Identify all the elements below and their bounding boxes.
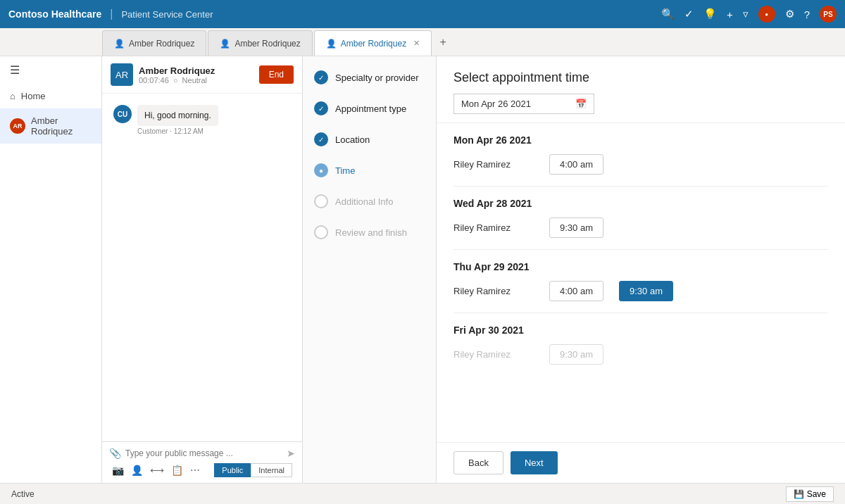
chat-mode-buttons: Public Internal	[214, 463, 292, 477]
public-mode-button[interactable]: Public	[214, 463, 251, 477]
notification-dot: ●	[758, 6, 775, 23]
tab-amber-3[interactable]: 👤 Amber Rodriquez ✕	[314, 30, 432, 56]
sidebar-home-label: Home	[21, 91, 46, 101]
provider-row-wed-1: Riley Ramirez 9:30 am	[453, 218, 828, 238]
chat-toolbar: 📷 👤 ⟷ 📋 ⋯ Public Internal	[109, 459, 295, 477]
chat-tool-4[interactable]: 📋	[171, 465, 183, 476]
date-picker-row: Mon Apr 26 2021 📅	[453, 94, 828, 114]
chat-input-row: 📎 ➤	[109, 448, 295, 459]
step-additional-info[interactable]: Additional Info	[314, 194, 425, 208]
save-icon: 💾	[794, 489, 804, 499]
time-slot-thu-1-1[interactable]: 4:00 am	[549, 281, 603, 301]
day-section-fri: Fri Apr 30 2021 Riley Ramirez 9:30 am	[453, 313, 828, 370]
date-picker[interactable]: Mon Apr 26 2021 📅	[453, 94, 594, 114]
chat-contact-name: Amber Rodriquez	[139, 65, 254, 76]
checkmark-icon[interactable]: ✓	[684, 8, 694, 20]
internal-mode-button[interactable]: Internal	[251, 463, 292, 477]
day-label-fri: Fri Apr 30 2021	[453, 325, 828, 336]
appointment-header: Select appointment time Mon Apr 26 2021 …	[437, 56, 845, 123]
provider-name-fri-1: Riley Ramirez	[453, 349, 538, 360]
chat-input[interactable]	[125, 448, 282, 458]
chat-header: AR Amber Rodriquez 00:07:46 ○ Neutral En…	[102, 56, 302, 94]
day-section-mon: Mon Apr 26 2021 Riley Ramirez 4:00 am	[453, 123, 828, 187]
message-content-area: Hi, good morning. Customer · 12:12 AM	[137, 105, 218, 135]
chat-message-row: CU Hi, good morning. Customer · 12:12 AM	[113, 105, 291, 135]
end-button[interactable]: End	[259, 65, 294, 84]
day-label-wed: Wed Apr 28 2021	[453, 198, 828, 209]
tab-amber-1[interactable]: 👤 Amber Rodriquez	[102, 30, 206, 56]
home-icon: ⌂	[10, 91, 15, 101]
time-slot-wed-1-1[interactable]: 9:30 am	[549, 218, 603, 238]
user-avatar[interactable]: PS	[820, 6, 837, 23]
send-icon[interactable]: ➤	[287, 448, 295, 459]
chat-tool-1[interactable]: 📷	[112, 465, 124, 476]
chat-tool-3[interactable]: ⟷	[150, 465, 164, 476]
step-label-appt-type: Appointment type	[335, 103, 406, 114]
day-label-thu: Thu Apr 29 2021	[453, 261, 828, 272]
brand-logo: Contoso Healthcare	[8, 8, 101, 20]
calendar-icon: 📅	[575, 99, 587, 109]
lightbulb-icon[interactable]: 💡	[703, 8, 717, 20]
time-slot-thu-1-2[interactable]: 9:30 am	[619, 281, 673, 301]
day-label-mon: Mon Apr 26 2021	[453, 134, 828, 146]
step-circle-specialty: ✓	[314, 70, 328, 84]
back-button[interactable]: Back	[453, 451, 503, 474]
step-circle-additional	[314, 194, 328, 208]
filter-icon[interactable]: ▿	[743, 8, 749, 20]
day-section-wed: Wed Apr 28 2021 Riley Ramirez 9:30 am	[453, 187, 828, 250]
topbar-divider: |	[110, 8, 113, 20]
sidebar-item-contact[interactable]: AR Amber Rodriquez	[0, 108, 101, 144]
person-icon-3: 👤	[326, 39, 337, 49]
step-circle-location: ✓	[314, 132, 328, 146]
provider-name-mon-1: Riley Ramirez	[453, 159, 538, 170]
step-time[interactable]: ● Time	[314, 163, 425, 177]
time-slot-fri-1-1[interactable]: 9:30 am	[549, 344, 603, 365]
hamburger-icon[interactable]: ☰	[0, 56, 101, 84]
step-specialty[interactable]: ✓ Specialty or provider	[314, 70, 425, 84]
tab-close-icon[interactable]: ✕	[413, 39, 420, 48]
step-circle-appt-type: ✓	[314, 101, 328, 115]
sidebar: ☰ ⌂ Home AR Amber Rodriquez	[0, 56, 102, 483]
attachment-icon[interactable]: 📎	[109, 448, 121, 459]
save-label: Save	[807, 489, 826, 499]
next-button[interactable]: Next	[511, 451, 558, 474]
chat-panel: AR Amber Rodriquez 00:07:46 ○ Neutral En…	[102, 56, 303, 483]
step-label-review: Review and finish	[335, 227, 407, 238]
time-slot-mon-1-1[interactable]: 4:00 am	[549, 154, 603, 175]
sidebar-item-home[interactable]: ⌂ Home	[0, 84, 101, 108]
sidebar-contact-name: Amber Rodriquez	[31, 115, 92, 137]
message-meta: Customer · 12:12 AM	[137, 127, 218, 135]
provider-name-thu-1: Riley Ramirez	[453, 286, 538, 296]
chat-tool-2[interactable]: 👤	[131, 465, 143, 476]
chat-status-row: 00:07:46 ○ Neutral	[139, 76, 254, 84]
chat-input-area: 📎 ➤ 📷 👤 ⟷ 📋 ⋯ Public Internal	[102, 441, 302, 483]
topbar-subtitle: Patient Service Center	[121, 9, 213, 20]
person-icon: 👤	[114, 39, 125, 49]
gear-icon[interactable]: ⚙	[785, 8, 794, 20]
search-icon[interactable]: 🔍	[661, 8, 675, 20]
step-label-specialty: Specialty or provider	[335, 73, 419, 83]
tab-amber-2[interactable]: 👤 Amber Rodriquez	[208, 30, 312, 56]
step-location[interactable]: ✓ Location	[314, 132, 425, 146]
chat-tool-5[interactable]: ⋯	[190, 465, 200, 476]
contact-avatar-small: AR	[10, 118, 25, 134]
topbar-icons: 🔍 ✓ 💡 + ▿ ● ⚙ ? PS	[661, 6, 837, 23]
step-label-location: Location	[335, 134, 370, 145]
tab-label-1: Amber Rodriquez	[129, 39, 194, 49]
customer-avatar: CU	[113, 105, 132, 123]
tab-add-button[interactable]: +	[433, 32, 453, 52]
save-button[interactable]: 💾 Save	[786, 486, 834, 502]
statusbar: Active 💾 Save	[0, 483, 845, 504]
appointment-footer: Back Next	[437, 442, 845, 483]
chat-sentiment: Neutral	[182, 76, 207, 84]
provider-row-fri-1: Riley Ramirez 9:30 am	[453, 344, 828, 365]
step-appointment-type[interactable]: ✓ Appointment type	[314, 101, 425, 115]
appointment-title: Select appointment time	[453, 70, 828, 85]
help-icon[interactable]: ?	[804, 8, 810, 20]
steps-panel: ✓ Specialty or provider ✓ Appointment ty…	[303, 56, 437, 483]
plus-icon[interactable]: +	[727, 8, 733, 20]
step-circle-review	[314, 225, 328, 239]
step-review[interactable]: Review and finish	[314, 225, 425, 239]
chat-header-avatar: AR	[111, 63, 133, 86]
status-label: Active	[11, 489, 35, 499]
